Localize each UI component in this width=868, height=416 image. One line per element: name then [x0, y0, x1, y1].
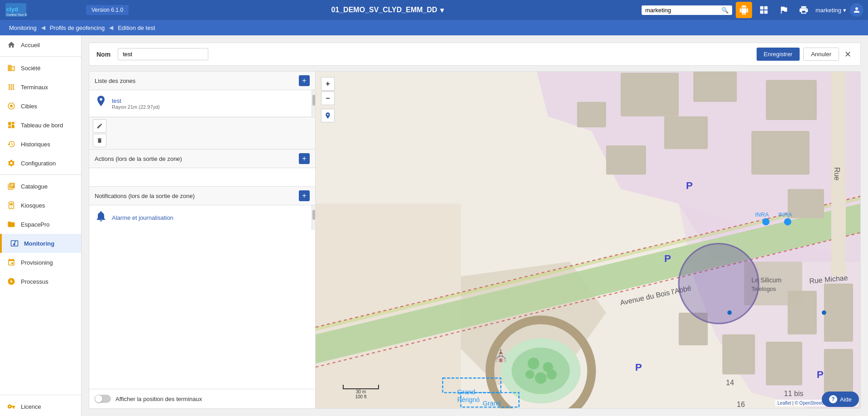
zone-location-icon	[95, 95, 107, 112]
close-button[interactable]: ✕	[843, 48, 853, 61]
svg-text:Pérignó: Pérignó	[483, 408, 505, 408]
sidebar-label-accueil: Accueil	[21, 42, 40, 48]
breadcrumb-geofencing[interactable]: Profils de geofencing	[45, 20, 109, 35]
sidebar-item-historiques[interactable]: Historiques	[0, 135, 81, 154]
svg-text:Control Your Devices: Control Your Devices	[6, 13, 27, 16]
sidebar-item-terminaux[interactable]: Terminaux	[0, 77, 81, 97]
notif-scrollbar[interactable]	[312, 205, 315, 230]
user-icon[interactable]	[850, 3, 863, 17]
sidebar-label-cibles: Cibles	[21, 103, 37, 110]
svg-rect-39	[766, 342, 802, 385]
sidebar-item-societe[interactable]: Société	[0, 58, 81, 77]
sidebar-item-provisioning[interactable]: Provisioning	[0, 253, 81, 272]
sidebar-item-monitoring[interactable]: Monitoring	[0, 234, 81, 253]
svg-text:clyd: clyd	[6, 6, 18, 13]
provisioning-icon	[6, 257, 16, 267]
main-content: Nom Enregistrer Annuler ✕ Liste des zone…	[82, 35, 868, 416]
delete-zone-button[interactable]	[93, 134, 106, 147]
zones-scrollbar-thumb	[312, 95, 315, 106]
notification-item: Alarme et journalisation	[89, 205, 312, 230]
actions-header: Actions (lors de la sortie de zone) +	[89, 150, 315, 168]
logo: clyd Control Your Devices	[5, 2, 86, 18]
version-badge: Version 6.1.0	[86, 5, 129, 15]
save-button[interactable]: Enregistrer	[757, 48, 800, 61]
zoom-in-button[interactable]: +	[321, 77, 335, 91]
svg-point-51	[784, 218, 791, 225]
device-selector[interactable]: 01_DEMO_SV_CLYD_EMM_DD ▾	[331, 6, 443, 15]
svg-rect-29	[693, 72, 737, 102]
sidebar-item-configuration[interactable]: Configuration	[0, 154, 81, 173]
sidebar-item-processus[interactable]: Processus	[0, 272, 81, 291]
sidebar-item-kiosques[interactable]: Kiosques	[0, 196, 81, 215]
name-input[interactable]	[118, 48, 208, 60]
sidebar-label-processus: Processus	[21, 278, 48, 285]
aide-label: Aide	[840, 396, 852, 403]
sidebar-label-tableau: Tableau de bord	[21, 122, 63, 129]
gear-icon	[6, 158, 16, 168]
dashboard-icon	[6, 120, 16, 130]
svg-point-17	[535, 372, 547, 384]
svg-rect-32	[664, 116, 708, 149]
zone-name[interactable]: test	[112, 97, 306, 104]
sidebar-item-cibles[interactable]: Cibles	[0, 97, 81, 116]
add-zone-button[interactable]: +	[299, 75, 310, 86]
sidebar-item-licence[interactable]: Licence	[0, 397, 81, 416]
search-input[interactable]	[645, 7, 721, 14]
windows-icon[interactable]	[756, 2, 772, 18]
sidebar-item-espace-pro[interactable]: EspacePro	[0, 215, 81, 234]
sidebar: Accueil Société Terminaux Cibles Tablea	[0, 35, 82, 416]
device-name: 01_DEMO_SV_CLYD_EMM_DD	[331, 6, 437, 14]
breadcrumb-sep-2: ◀	[109, 24, 113, 31]
svg-point-15	[528, 358, 539, 369]
zones-section-header: Liste des zones +	[89, 72, 315, 90]
cancel-button[interactable]: Annuler	[803, 48, 839, 61]
svg-rect-36	[824, 284, 853, 342]
sidebar-divider-bottom	[0, 395, 81, 395]
svg-rect-31	[751, 131, 809, 174]
add-notification-button[interactable]: +	[299, 190, 310, 201]
android-icon[interactable]	[736, 2, 752, 18]
edit-zone-button[interactable]	[93, 119, 106, 133]
svg-text:P: P	[635, 362, 642, 373]
sidebar-label-societe: Société	[21, 65, 40, 72]
svg-point-69	[822, 310, 826, 315]
svg-rect-28	[621, 73, 679, 116]
leaflet-link[interactable]: Leaflet	[777, 401, 791, 406]
breadcrumb-edition[interactable]: Edition de test	[113, 20, 159, 35]
aide-icon: ?	[829, 395, 837, 403]
notification-label[interactable]: Alarme et journalisation	[112, 214, 173, 221]
printer-icon[interactable]	[796, 2, 812, 18]
scale-label-m: 30 m	[343, 389, 379, 394]
sidebar-label-licence: Licence	[21, 403, 41, 410]
user-menu[interactable]: marketing ▾	[815, 7, 846, 14]
zones-scrollbar[interactable]	[312, 90, 315, 117]
search-box[interactable]: 🔍	[642, 5, 732, 15]
svg-point-68	[727, 310, 732, 315]
notifications-header: Notifications (lors de la sortie de zone…	[89, 187, 315, 205]
add-action-button[interactable]: +	[299, 153, 310, 164]
zone-detail: Rayon 21m (22.97yd)	[112, 104, 306, 110]
notif-scrollbar-thumb	[312, 210, 315, 220]
sidebar-item-accueil[interactable]: Accueil	[0, 35, 81, 54]
notif-list-with-scroll: Alarme et journalisation	[89, 205, 315, 230]
sidebar-item-catalogue[interactable]: Catalogue	[0, 177, 81, 196]
sidebar-item-tableau-de-bord[interactable]: Tableau de bord	[0, 116, 81, 135]
svg-point-50	[762, 218, 769, 225]
svg-rect-34	[577, 102, 606, 127]
toggle-switch[interactable]	[95, 395, 111, 403]
zone-info: test Rayon 21m (22.97yd)	[112, 97, 306, 110]
key-icon	[6, 401, 16, 411]
svg-text:Rue: Rue	[833, 167, 841, 180]
zones-list-items: test Rayon 21m (22.97yd)	[89, 90, 312, 117]
svg-text:P: P	[664, 253, 671, 264]
breadcrumb-monitoring[interactable]: Monitoring	[5, 20, 41, 35]
svg-point-64	[679, 244, 758, 324]
flag-icon[interactable]	[776, 2, 792, 18]
zoom-out-button[interactable]: −	[321, 92, 335, 105]
svg-rect-33	[606, 145, 646, 174]
aide-button[interactable]: ? Aide	[822, 392, 859, 407]
actions-section: Actions (lors de la sortie de zone) +	[89, 150, 315, 187]
locate-button[interactable]	[321, 109, 335, 122]
toggle-knob	[95, 395, 102, 402]
actions-title: Actions (lors de la sortie de zone)	[95, 155, 182, 162]
